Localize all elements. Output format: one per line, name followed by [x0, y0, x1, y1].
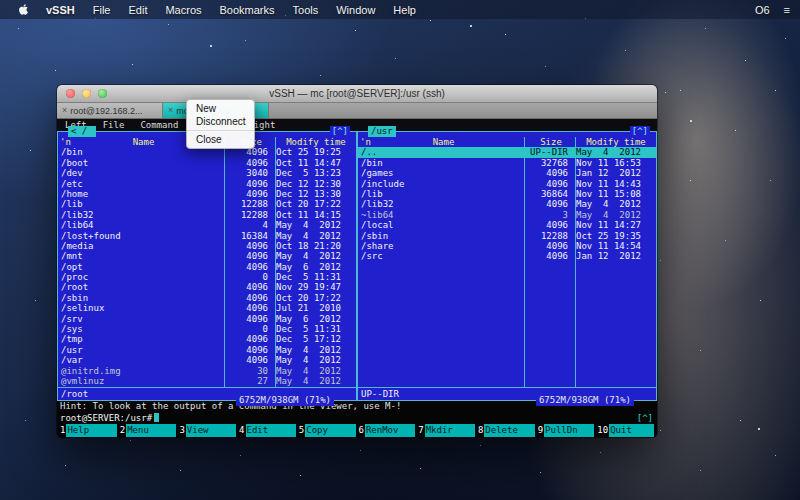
notification-center-icon[interactable]: ≡ [784, 4, 790, 16]
close-tab-icon[interactable]: × [168, 106, 173, 115]
file-row[interactable]: /home4096Dec 12 13:30 [58, 189, 356, 199]
file-row[interactable]: /include4096Nov 11 14:43 [358, 179, 656, 189]
fkey-help[interactable]: 1Help [59, 424, 117, 437]
file-name: /share [358, 241, 518, 251]
terminal: LeftFileCommandOptionsRight < / [^] 'nNa… [57, 119, 657, 438]
column-header-mtime[interactable]: Modify time [276, 137, 356, 147]
left-panel-path[interactable]: < / [68, 126, 96, 137]
mc-menu-command[interactable]: Command [140, 119, 178, 131]
left-panel-files: 'nNameSizeModify time/bin4096Oct 25 19:2… [58, 137, 356, 387]
menu-item-vssh[interactable]: vSSH [37, 4, 84, 16]
tab-label: root@192.168.2... [70, 106, 157, 116]
context-menu-item-disconnect[interactable]: Disconnect [187, 115, 254, 128]
fkey-pulldn[interactable]: 9PullDn [537, 424, 595, 437]
desktop: vSSHFileEditMacrosBookmarksToolsWindowHe… [0, 0, 800, 500]
menu-item-file[interactable]: File [84, 4, 120, 16]
file-size: 27 [218, 376, 271, 386]
menu-item-edit[interactable]: Edit [119, 4, 156, 16]
file-row[interactable]: /dev3040Dec 5 13:23 [58, 168, 356, 178]
file-row[interactable]: /lib644May 4 2012 [58, 220, 356, 230]
file-row[interactable]: /root4096Nov 29 19:47 [58, 282, 356, 292]
window-titlebar[interactable]: vSSH — mc [root@SERVER]:/usr (ssh) [57, 85, 657, 103]
file-row[interactable]: ~lib643May 4 2012 [358, 210, 656, 220]
file-row[interactable]: /var4096May 4 2012 [58, 355, 356, 365]
file-row[interactable]: /lib36864Nov 11 15:08 [358, 189, 656, 199]
file-row[interactable]: /media4096Oct 18 21:20 [58, 241, 356, 251]
context-menu-item-new[interactable]: New [187, 102, 254, 115]
command-line[interactable]: root@SERVER:/usr#[^] [57, 412, 657, 424]
file-row[interactable]: /sys0Dec 5 11:31 [58, 324, 356, 334]
fkey-quit[interactable]: 10Quit [596, 424, 654, 437]
file-mtime: May 4 2012 [271, 366, 356, 376]
apple-menu[interactable] [10, 3, 37, 16]
file-row[interactable]: /usr4096May 4 2012 [58, 345, 356, 355]
file-name: /lost+found [58, 231, 218, 241]
fkey-label: View [186, 424, 236, 437]
file-row[interactable]: /sbin12288Oct 25 19:35 [358, 231, 656, 241]
file-row[interactable]: /selinux4096Jul 21 2010 [58, 303, 356, 313]
file-row[interactable]: /boot4096Oct 11 14:47 [58, 158, 356, 168]
file-size: 4096 [218, 334, 271, 344]
fkey-menu[interactable]: 2Menu [119, 424, 177, 437]
column-header-size[interactable]: Size [526, 137, 576, 147]
fkey-renmov[interactable]: 6RenMov [358, 424, 416, 437]
fkey-mkdir[interactable]: 7Mkdir [417, 424, 475, 437]
fkey-number: 6 [358, 424, 365, 437]
right-panel-scroll-icon[interactable]: [^] [630, 126, 650, 137]
file-name: /.. [358, 147, 518, 157]
file-row[interactable]: /opt4096May 6 2012 [58, 262, 356, 272]
fkey-edit[interactable]: 4Edit [238, 424, 296, 437]
file-row[interactable]: /sbin4096Oct 20 17:22 [58, 293, 356, 303]
file-row[interactable]: /local4096Nov 11 14:27 [358, 220, 656, 230]
file-size: 12288 [218, 199, 271, 209]
close-tab-icon[interactable]: × [62, 106, 67, 115]
fkey-view[interactable]: 3View [178, 424, 236, 437]
file-size: 4096 [218, 262, 271, 272]
fkey-delete[interactable]: 8Delete [477, 424, 535, 437]
file-row[interactable]: @initrd.img30May 4 2012 [58, 366, 356, 376]
menu-item-window[interactable]: Window [327, 4, 384, 16]
file-row[interactable]: /src4096Jan 12 2012 [358, 251, 656, 261]
file-size: 4096 [218, 303, 271, 313]
file-mtime: Jul 21 2010 [271, 303, 356, 313]
file-row[interactable]: /mnt4096May 4 2012 [58, 251, 356, 261]
file-row[interactable]: /games4096Jan 12 2012 [358, 168, 656, 178]
menu-item-macros[interactable]: Macros [156, 4, 210, 16]
column-header-name[interactable]: 'nName [358, 137, 526, 147]
file-row[interactable]: /lib3212288Oct 11 14:15 [58, 210, 356, 220]
file-row[interactable]: /etc4096Dec 12 12:30 [58, 179, 356, 189]
file-size: 3 [518, 210, 571, 220]
file-row[interactable]: /srv4096May 6 2012 [58, 314, 356, 324]
file-row[interactable]: /share4096Nov 11 14:54 [358, 241, 656, 251]
right-panel-free-space: 6752M/938GM (71%) [536, 395, 634, 406]
right-panel-path[interactable]: /usr [368, 126, 396, 137]
fkey-label: Help [66, 424, 116, 437]
menu-item-bookmarks[interactable]: Bookmarks [211, 4, 284, 16]
sort-marker: 'n [360, 137, 371, 147]
cmdline-scroll-icon[interactable]: [^] [637, 412, 653, 424]
left-panel-scroll-icon[interactable]: [^] [330, 126, 350, 137]
file-row[interactable]: /bin32768Nov 11 16:53 [358, 158, 656, 168]
file-row[interactable]: /lib12288Oct 20 17:22 [58, 199, 356, 209]
context-menu-item-close[interactable]: Close [187, 133, 254, 146]
menu-item-help[interactable]: Help [384, 4, 425, 16]
column-header-mtime[interactable]: Modify time [576, 137, 656, 147]
file-row[interactable]: /..UP--DIRMay 4 2012 [358, 147, 656, 157]
file-mtime: May 4 2012 [571, 210, 656, 220]
file-mtime: Dec 5 11:31 [271, 324, 356, 334]
file-row[interactable]: /lost+found16384May 4 2012 [58, 231, 356, 241]
file-row[interactable]: @vmlinuz27May 4 2012 [58, 376, 356, 386]
menu-item-tools[interactable]: Tools [284, 4, 328, 16]
sort-marker: 'n [60, 137, 71, 147]
file-name: /opt [58, 262, 218, 272]
file-row[interactable]: /lib324096May 4 2012 [358, 199, 656, 209]
column-name-label: Name [133, 137, 155, 147]
menu-status-text[interactable]: O6 [755, 4, 770, 16]
file-row[interactable]: /tmp4096Dec 5 17:12 [58, 334, 356, 344]
terminal-tab[interactable]: ×root@192.168.2... [57, 103, 163, 118]
mc-menu-file[interactable]: File [103, 119, 125, 131]
file-row[interactable]: /proc0Dec 5 11:31 [58, 272, 356, 282]
fkey-copy[interactable]: 5Copy [298, 424, 356, 437]
file-mtime: Dec 5 17:12 [271, 334, 356, 344]
tab-context-menu: NewDisconnectClose [186, 99, 255, 149]
